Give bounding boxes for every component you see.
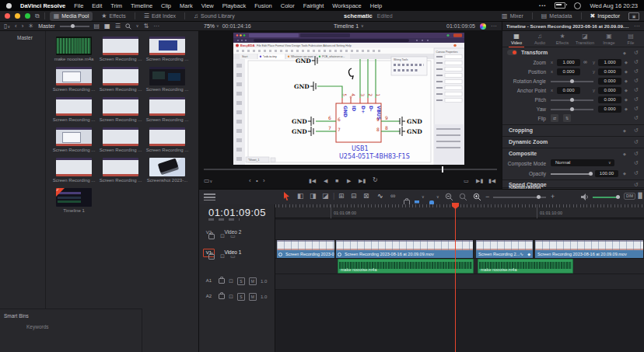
- timeline-clip-audio[interactable]: make noooise.m4a: [338, 259, 474, 274]
- aperture-icon[interactable]: ✳: [28, 23, 33, 30]
- full-extent-zoom-button[interactable]: [445, 193, 453, 201]
- smart-bins-header[interactable]: Smart Bins: [0, 309, 142, 319]
- dynamic-trim-mode-button[interactable]: ◨: [310, 193, 317, 200]
- position-reset-icon[interactable]: ↺: [634, 68, 639, 75]
- flip-reset-icon[interactable]: ↺: [634, 115, 639, 121]
- cinema-mode-button[interactable]: ▭: [464, 178, 469, 183]
- v1-enable-icon[interactable]: ▭: [230, 253, 236, 260]
- v2-enable-icon[interactable]: ▭: [230, 233, 236, 239]
- zoom-link-icon[interactable]: ∞: [583, 59, 587, 64]
- anchor-y-input[interactable]: 0.000: [598, 87, 621, 94]
- inspector-options-icon[interactable]: ···: [634, 23, 640, 30]
- match-frame-button[interactable]: ▶▮: [476, 178, 483, 183]
- forward-icon[interactable]: ›: [22, 23, 24, 30]
- yaw-input[interactable]: 0.000: [598, 106, 621, 113]
- rotation-reset-icon[interactable]: ↺: [634, 78, 639, 84]
- media-clip[interactable]: Screen Recording ...: [52, 127, 96, 152]
- a1-solo-button[interactable]: S: [237, 277, 245, 285]
- search-icon[interactable]: [125, 23, 131, 30]
- sort-icon[interactable]: ⇅: [144, 23, 149, 30]
- a1-mute-button[interactable]: M: [249, 277, 257, 285]
- media-clip[interactable]: Screen Recording ...: [99, 127, 142, 152]
- opacity-slider[interactable]: [551, 173, 591, 175]
- yaw-reset-icon[interactable]: ↺: [634, 106, 639, 112]
- a2-solo-button[interactable]: S: [237, 293, 245, 301]
- jog-control[interactable]: ‹ • ›: [249, 178, 267, 184]
- media-clip-timeline[interactable]: ✓ Timeline 1: [52, 188, 96, 213]
- menu-fusion[interactable]: Fusion: [254, 2, 272, 9]
- playhead[interactable]: [455, 203, 456, 352]
- timeline-ruler[interactable]: 01:01:08:00 01:01:10:00: [275, 204, 644, 218]
- transform-reset-icon[interactable]: ↺: [634, 50, 639, 56]
- detail-zoom-button[interactable]: [459, 193, 467, 201]
- media-clip[interactable]: Screen Recording ...: [145, 37, 189, 61]
- media-pool-button[interactable]: ▦ Media Pool: [50, 12, 93, 21]
- zoom-reset-icon[interactable]: ↺: [634, 59, 639, 65]
- menu-mark[interactable]: Mark: [180, 2, 193, 9]
- a2-badge[interactable]: A2: [203, 292, 215, 301]
- media-clip[interactable]: Screen Recording ...: [99, 37, 142, 61]
- zoom-out-icon[interactable]: −: [485, 193, 489, 200]
- play-button[interactable]: ▶: [347, 178, 351, 183]
- v2-auto-select-icon[interactable]: ⊡: [220, 233, 225, 239]
- timeline-clip-video[interactable]: Screen Recording 2023-08-...: [277, 240, 335, 258]
- edit-index-button[interactable]: ☰ Edit Index: [140, 12, 180, 21]
- viewer-zoom-select[interactable]: 75%: [204, 23, 215, 29]
- v2-lock-icon[interactable]: [208, 234, 215, 239]
- menu-timeline[interactable]: Timeline: [131, 2, 152, 9]
- tab-effects[interactable]: ★Effects: [552, 33, 572, 45]
- menu-clip[interactable]: Clip: [161, 2, 171, 9]
- link-clips-button[interactable]: ∞: [390, 193, 395, 200]
- dynamic-zoom-section-header[interactable]: Dynamic Zoom: [509, 139, 548, 145]
- inspector-button[interactable]: ✖ Inspector: [586, 12, 625, 21]
- menu-workspace[interactable]: Workspace: [332, 2, 361, 9]
- v1-lock-icon[interactable]: [208, 254, 215, 260]
- mixer-button[interactable]: ▥ Mixer: [498, 12, 527, 21]
- timeline-jump-button[interactable]: ▮◀: [488, 178, 495, 183]
- effects-button[interactable]: ★ Effects: [97, 12, 129, 21]
- menu-playback[interactable]: Playback: [222, 2, 246, 9]
- cropping-reset-icon[interactable]: ↺: [634, 127, 639, 134]
- trim-edit-mode-button[interactable]: ◧: [297, 193, 304, 200]
- page-layout-icon[interactable]: ▣: [628, 12, 639, 20]
- media-clip[interactable]: Screen Recording ...: [52, 67, 96, 92]
- viewer-zoom-dropdown-icon[interactable]: ∨: [216, 24, 219, 28]
- media-pool-options-icon[interactable]: ···: [153, 23, 159, 30]
- a1-auto-select-icon[interactable]: ⊡: [229, 278, 233, 284]
- track-header-a2[interactable]: A2 ⊡ S M 1.0: [203, 292, 267, 301]
- anchor-reset-icon[interactable]: ↺: [634, 87, 639, 93]
- zoom-y-input[interactable]: 1.000: [598, 59, 621, 66]
- back-icon[interactable]: ‹: [15, 23, 17, 30]
- opacity-input[interactable]: 100.00: [595, 170, 618, 177]
- a2-lock-icon[interactable]: [219, 294, 225, 299]
- tab-audio[interactable]: ♫Audio: [530, 33, 550, 45]
- last-frame-button[interactable]: ▶▮: [359, 178, 366, 183]
- bin-list-toggle-icon[interactable]: ▯∨: [4, 23, 10, 30]
- rotation-input[interactable]: 0.000: [598, 78, 621, 85]
- media-clip[interactable]: Screen Recording ...: [99, 67, 142, 92]
- viewer-scrub-bar[interactable]: [204, 169, 497, 170]
- position-x-input[interactable]: 0.000: [557, 68, 580, 75]
- menu-color[interactable]: Color: [281, 2, 295, 9]
- zoom-in-icon[interactable]: +: [551, 193, 555, 200]
- timeline-clip-video[interactable]: Screen Recording 2... ∿ ◆: [476, 240, 534, 258]
- siri-icon[interactable]: [574, 2, 581, 9]
- first-frame-button[interactable]: ▮◀: [309, 178, 316, 183]
- loop-button[interactable]: ↻: [373, 177, 378, 183]
- v1-auto-select-icon[interactable]: ⊡: [220, 253, 225, 260]
- composite-section-header[interactable]: Composite: [509, 151, 537, 156]
- custom-zoom-button[interactable]: [473, 193, 481, 201]
- anchor-x-input[interactable]: 0.000: [557, 87, 580, 94]
- pitch-input[interactable]: 0.000: [598, 96, 621, 103]
- position-y-input[interactable]: 0.000: [598, 68, 621, 75]
- audio-monitor-icon[interactable]: [580, 193, 589, 201]
- menu-help[interactable]: Help: [370, 2, 382, 9]
- composite-mode-select[interactable]: Normal: [551, 159, 614, 166]
- media-clip[interactable]: make noooise.m4a: [52, 37, 96, 61]
- menu-view[interactable]: View: [201, 2, 214, 9]
- timeline-clip-video[interactable]: Screen Recording 2023-08-16 at 20.09.09.…: [535, 240, 644, 258]
- minimize-window-button[interactable]: [15, 13, 20, 19]
- media-clip[interactable]: Screen Recording ...: [145, 67, 189, 92]
- a1-badge[interactable]: A1: [203, 277, 215, 285]
- viewer-mode-icon[interactable]: ▭∨: [204, 178, 212, 184]
